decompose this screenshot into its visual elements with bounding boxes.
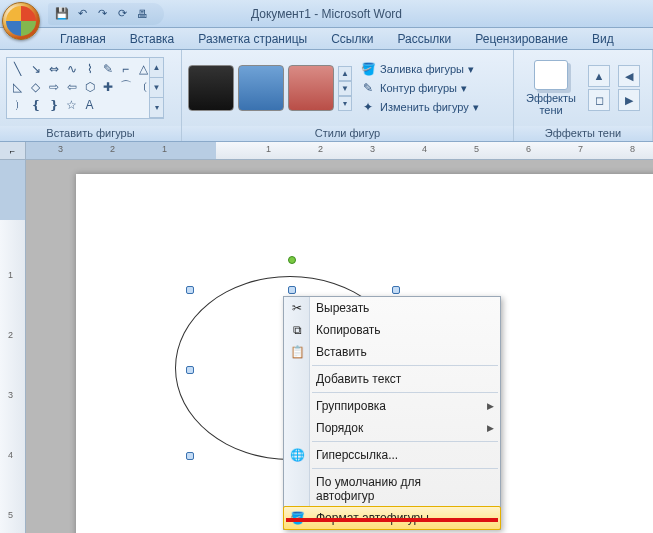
ruler-horizontal[interactable]: ⌐ 32112345678 bbox=[0, 142, 653, 160]
style-preset-blue[interactable] bbox=[238, 65, 284, 111]
repeat-icon[interactable]: ⟳ bbox=[114, 6, 130, 22]
shape-line-icon[interactable]: ╲ bbox=[9, 60, 26, 77]
shape-brace-icon[interactable]: ❴ bbox=[27, 96, 44, 113]
print-icon[interactable]: 🖶 bbox=[134, 6, 150, 22]
group-insert-shapes: ╲ ↘ ⇔ ∿ ⌇ ✎ ⌐ △ ◺ ◇ ⇨ ⇦ ⬡ ✚ ⌒ ⟮ ⟯ ❴ ❵ ☆ bbox=[0, 50, 182, 141]
undo-icon[interactable]: ↶ bbox=[74, 6, 90, 22]
group-shape-styles: ▲ ▼ ▾ 🪣Заливка фигуры ▾ ✎Контур фигуры ▾… bbox=[182, 50, 514, 141]
ctx-copy[interactable]: ⧉Копировать bbox=[284, 319, 500, 341]
tab-references[interactable]: Ссылки bbox=[319, 29, 385, 49]
ctx-cut[interactable]: ✂Вырезать bbox=[284, 297, 500, 319]
shadow-nudge-col2: ◀ ▶ bbox=[616, 63, 642, 113]
shape-text-icon[interactable]: A bbox=[81, 96, 98, 113]
scroll-down-icon[interactable]: ▼ bbox=[150, 78, 163, 98]
style-preset-black[interactable] bbox=[188, 65, 234, 111]
ctx-default-autoshape[interactable]: По умолчанию для автофигур bbox=[284, 471, 500, 507]
paint-bucket-icon: 🪣 bbox=[360, 61, 376, 77]
context-menu: ✂Вырезать ⧉Копировать 📋Вставить Добавить… bbox=[283, 296, 501, 530]
submenu-arrow-icon: ▶ bbox=[487, 423, 494, 433]
ruler-vertical[interactable]: 12345 bbox=[0, 160, 26, 533]
nudge-toggle-icon[interactable]: ◻ bbox=[588, 89, 610, 111]
shape-arr3-icon[interactable]: ⇦ bbox=[63, 78, 80, 95]
shape-hex-icon[interactable]: ⬡ bbox=[81, 78, 98, 95]
shape-dia-icon[interactable]: ◇ bbox=[27, 78, 44, 95]
shape-conn-icon[interactable]: ⌐ bbox=[117, 60, 134, 77]
group-label-styles: Стили фигур bbox=[182, 126, 513, 141]
scroll-down-icon[interactable]: ▼ bbox=[338, 81, 352, 96]
style-preset-red[interactable] bbox=[288, 65, 334, 111]
scissors-icon: ✂ bbox=[288, 299, 306, 317]
paste-icon: 📋 bbox=[288, 343, 306, 361]
shape-brack2-icon[interactable]: ⟯ bbox=[9, 96, 26, 113]
title-bar: 💾 ↶ ↷ ⟳ 🖶 Документ1 - Microsoft Word bbox=[0, 0, 653, 28]
group-label-shadow: Эффекты тени bbox=[514, 126, 652, 141]
scroll-more-icon[interactable]: ▾ bbox=[338, 96, 352, 111]
annotation-underline bbox=[286, 518, 498, 522]
ctx-hyperlink[interactable]: 🌐Гиперссылка... bbox=[284, 444, 500, 466]
scroll-up-icon[interactable]: ▲ bbox=[150, 58, 163, 78]
shape-free-icon[interactable]: ⌇ bbox=[81, 60, 98, 77]
resize-handle-sw[interactable] bbox=[186, 452, 194, 460]
ruler-tick: 5 bbox=[8, 510, 13, 520]
tab-view[interactable]: Вид bbox=[580, 29, 626, 49]
style-gallery-scroll[interactable]: ▲ ▼ ▾ bbox=[338, 66, 352, 111]
shape-arrow-icon[interactable]: ↘ bbox=[27, 60, 44, 77]
resize-handle-w[interactable] bbox=[186, 366, 194, 374]
resize-handle-n[interactable] bbox=[288, 286, 296, 294]
ruler-tick: 6 bbox=[526, 144, 531, 154]
change-shape-button[interactable]: ✦Изменить фигуру ▾ bbox=[356, 98, 483, 116]
ruler-tick: 1 bbox=[266, 144, 271, 154]
ctx-paste[interactable]: 📋Вставить bbox=[284, 341, 500, 363]
ctx-order[interactable]: Порядок▶ bbox=[284, 417, 500, 439]
shape-fill-button[interactable]: 🪣Заливка фигуры ▾ bbox=[356, 60, 483, 78]
nudge-up-icon[interactable]: ▲ bbox=[588, 65, 610, 87]
ruler-tick: 2 bbox=[110, 144, 115, 154]
submenu-arrow-icon: ▶ bbox=[487, 401, 494, 411]
shape-brace2-icon[interactable]: ❵ bbox=[45, 96, 62, 113]
redo-icon[interactable]: ↷ bbox=[94, 6, 110, 22]
gallery-scrollbar[interactable]: ▲ ▼ ▾ bbox=[149, 58, 163, 118]
shape-rtri-icon[interactable]: ◺ bbox=[9, 78, 26, 95]
shape-outline-button[interactable]: ✎Контур фигуры ▾ bbox=[356, 79, 483, 97]
ribbon-tabs: Главная Вставка Разметка страницы Ссылки… bbox=[0, 28, 653, 50]
ctx-grouping[interactable]: Группировка▶ bbox=[284, 395, 500, 417]
shape-plus-icon[interactable]: ✚ bbox=[99, 78, 116, 95]
ctx-separator bbox=[312, 392, 498, 393]
resize-handle-nw[interactable] bbox=[186, 286, 194, 294]
shape-star-icon[interactable]: ☆ bbox=[63, 96, 80, 113]
rotate-handle[interactable] bbox=[288, 256, 296, 264]
ruler-tick: 3 bbox=[58, 144, 63, 154]
ruler-tick: 4 bbox=[8, 450, 13, 460]
ctx-separator bbox=[312, 468, 498, 469]
shapes-gallery[interactable]: ╲ ↘ ⇔ ∿ ⌇ ✎ ⌐ △ ◺ ◇ ⇨ ⇦ ⬡ ✚ ⌒ ⟮ ⟯ ❴ ❵ ☆ bbox=[6, 57, 164, 119]
ruler-tick: 7 bbox=[578, 144, 583, 154]
shadow-preview-icon bbox=[534, 60, 568, 90]
ruler-corner[interactable]: ⌐ bbox=[0, 142, 26, 159]
shape-curv2-icon[interactable]: ⌒ bbox=[117, 78, 134, 95]
shape-curve-icon[interactable]: ∿ bbox=[63, 60, 80, 77]
resize-handle-ne[interactable] bbox=[392, 286, 400, 294]
ruler-tick: 3 bbox=[370, 144, 375, 154]
nudge-left-icon[interactable]: ◀ bbox=[618, 65, 640, 87]
shape-scrib-icon[interactable]: ✎ bbox=[99, 60, 116, 77]
office-button[interactable] bbox=[2, 2, 40, 40]
nudge-right-icon[interactable]: ▶ bbox=[618, 89, 640, 111]
group-shadow-effects: Эффекты тени ▲ ◻ ◀ ▶ Эффекты тени bbox=[514, 50, 653, 141]
chevron-down-icon: ▾ bbox=[461, 82, 467, 95]
pencil-icon: ✎ bbox=[360, 80, 376, 96]
change-shape-icon: ✦ bbox=[360, 99, 376, 115]
ctx-add-text[interactable]: Добавить текст bbox=[284, 368, 500, 390]
scroll-more-icon[interactable]: ▾ bbox=[150, 98, 163, 118]
tab-layout[interactable]: Разметка страницы bbox=[186, 29, 319, 49]
shadow-effects-button[interactable]: Эффекты тени bbox=[520, 58, 582, 118]
shape-arr2-icon[interactable]: ⇨ bbox=[45, 78, 62, 95]
tab-review[interactable]: Рецензирование bbox=[463, 29, 580, 49]
window-title: Документ1 - Microsoft Word bbox=[251, 7, 402, 21]
ruler-tick: 8 bbox=[630, 144, 635, 154]
save-icon[interactable]: 💾 bbox=[54, 6, 70, 22]
shape-darrow-icon[interactable]: ⇔ bbox=[45, 60, 62, 77]
tab-mailings[interactable]: Рассылки bbox=[385, 29, 463, 49]
tab-home[interactable]: Главная bbox=[48, 29, 118, 49]
scroll-up-icon[interactable]: ▲ bbox=[338, 66, 352, 81]
tab-insert[interactable]: Вставка bbox=[118, 29, 187, 49]
